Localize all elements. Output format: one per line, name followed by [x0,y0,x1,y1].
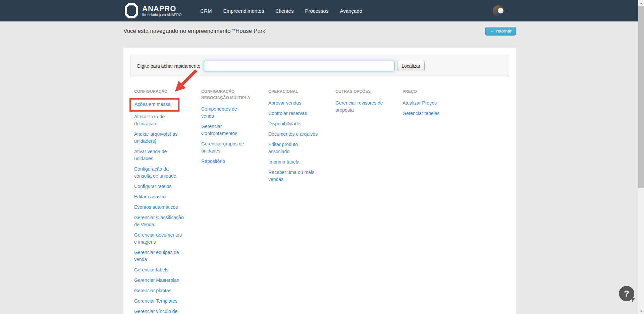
link-column: OPERACIONALAprovar vendasControlar reser… [268,88,335,314]
nav-item-clientes[interactable]: Clientes [275,8,293,14]
help-button[interactable]: ? [619,286,634,301]
menu-link[interactable]: Gerenciar tabelas [402,110,452,117]
column-header: OPERACIONAL [268,88,324,95]
nav-item-empreendimentos[interactable]: Empreendimentos [223,8,264,14]
menu-link[interactable]: Atualizar Preços [402,100,452,107]
search-input[interactable] [204,61,394,71]
menu-link[interactable]: Eventos automáticos [134,204,184,211]
menu-link[interactable]: Disponibilidade [268,120,318,127]
top-navbar: ANAPRO licenciado para ANAPRO CRM Empree… [0,0,638,21]
link-columns: CONFIGURAÇÃOAções em massaAlterar taxa d… [134,88,516,314]
menu-link[interactable]: Alterar taxa de decoração [134,113,184,127]
column-header: CONFIGURAÇÃO [134,88,190,95]
menu-link[interactable]: Gerenciar documentos e imagens [134,232,184,246]
column-header: OUTRAS OPÇÕES [335,88,391,95]
menu-link[interactable]: Editar cadastro [134,193,184,200]
menu-link[interactable]: Ativar venda de unidades [134,148,184,162]
menu-link[interactable]: Gerenciar grupos de unidades [201,140,251,154]
menu-link[interactable]: Editar produto associado [268,141,318,155]
menu-link[interactable]: Controlar reservas [268,110,318,117]
anapro-logo-icon [125,3,138,18]
menu-link[interactable]: Gerenciar vínculo de arquivos com equipe… [134,308,184,314]
return-button[interactable]: ← retornar [485,27,516,36]
localizar-button[interactable]: Localizar [397,61,425,71]
menu-link[interactable]: Imprimir tabela [268,159,318,166]
scroll-up-icon[interactable]: ▲ [638,0,644,6]
menu-link[interactable]: Receber uma ou mais vendas [268,169,318,183]
left-arrow-icon: ← [490,28,494,34]
nav-item-avancado[interactable]: Avançado [340,8,362,14]
menu-link[interactable]: Componentes de venda [201,106,251,120]
page-title: Você está navegando no empreendimento '*… [123,28,266,35]
link-column: CONFIGURAÇÃOAções em massaAlterar taxa d… [134,88,201,314]
brand-title: ANAPRO [142,5,181,12]
return-button-label: retornar [496,28,512,34]
link-column: OUTRAS OPÇÕESGerenciar revisores de prop… [335,88,402,314]
annotation-highlight-inner: Ações em massa [131,99,178,110]
menu-link[interactable]: Gerenciar labels [134,266,184,273]
link-column: CONFIGURAÇÃO NEGOCIAÇÃO MÚLTIPLAComponen… [201,88,268,314]
link-column: PREÇOAtualizar PreçosGerenciar tabelas [402,88,470,314]
nav-item-processos[interactable]: Processos [305,8,328,14]
menu-link[interactable]: Configurar rateios [134,183,184,190]
column-header: PREÇO [402,88,458,95]
main-nav: CRM Empreendimentos Clientes Processos A… [200,8,362,14]
menu-link[interactable]: Configuração da consulta de unidade [134,166,184,180]
content-card: Digite para achar rapidamente: Localizar… [123,48,516,314]
menu-link[interactable]: Gerenciar Classificação de Venda [134,214,184,228]
menu-link[interactable]: Gerenciar Masterplan [134,277,184,284]
menu-link[interactable]: Gerenciar plantas [134,287,184,294]
nav-item-crm[interactable]: CRM [200,8,212,14]
annotation-highlight-box: Ações em massa [129,98,179,112]
menu-link[interactable]: Anexar arquivo(s) as unidade(s) [134,131,184,145]
vertical-scrollbar: ▲ ▼ [638,0,644,314]
menu-link[interactable]: Repositório [201,158,251,165]
menu-link[interactable]: Gerenciar Confrontamentos [201,123,251,137]
menu-link[interactable]: Gerenciar equipes de venda [134,249,184,263]
column-header: CONFIGURAÇÃO NEGOCIAÇÃO MÚLTIPLA [201,88,257,101]
scrollbar-thumb[interactable] [638,6,644,188]
menu-link[interactable]: Gerenciar Templates [134,298,184,305]
chevron-down-icon: ▾ [505,9,507,13]
user-menu[interactable]: ▾ [493,5,507,16]
menu-link[interactable]: Gerenciar revisores de proposta [335,100,385,114]
quick-search-panel: Digite para achar rapidamente: Localizar [130,55,509,77]
user-avatar [493,5,504,16]
scroll-down-icon[interactable]: ▼ [638,308,644,314]
menu-link[interactable]: Aprovar vendas [268,100,318,107]
search-label: Digite para achar rapidamente: [137,63,202,69]
brand[interactable]: ANAPRO licenciado para ANAPRO [125,3,181,18]
question-mark-icon: ? [624,289,629,299]
brand-subtitle: licenciado para ANAPRO [142,13,181,17]
heading-row: Você está navegando no empreendimento '*… [123,24,516,38]
menu-link[interactable]: Ações em massa [135,101,170,108]
menu-link[interactable]: Documentos e arquivos [268,131,318,138]
